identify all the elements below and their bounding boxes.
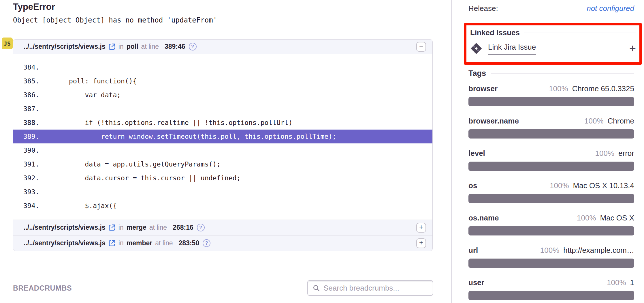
tag-distribution-bar[interactable] [468,226,634,235]
tag-group-url: url 100% http://example.com… [468,246,634,268]
tag-value: error [618,149,634,158]
tag-group-browser: browser 100% Chrome 65.0.3325 [468,84,634,106]
frame-in-label: in [118,43,124,50]
linked-issues-title: Linked Issues [470,28,520,37]
code-line: 394. $.ajax({ [13,199,432,213]
tag-percent: 100% [577,214,596,222]
link-jira-issue-link[interactable]: Link Jira Issue [488,43,536,55]
collapse-frame-button[interactable]: − [416,42,426,52]
frame-atline-label: at line [155,239,173,247]
code-line: 385. poll: function(){ [13,74,432,88]
expand-frame-button[interactable]: + [416,238,426,248]
release-label: Release: [468,4,498,13]
search-icon [312,284,320,292]
stacktrace-card: ../../sentry/scripts/views.js in poll at… [13,39,433,251]
frame-file-path[interactable]: ../../sentry/scripts/views.js [24,224,106,231]
external-link-icon[interactable] [108,43,116,50]
stack-frame-row-merge[interactable]: ../../sentry/scripts/views.js in merge a… [13,220,432,235]
expand-frame-button[interactable]: + [416,223,426,233]
tag-percent: 100% [607,278,626,287]
breadcrumbs-section-title: BREADCRUMBS [13,284,72,292]
external-link-icon[interactable] [108,240,116,247]
red-annotation-box-linked-issues: Linked Issues Link Jira Issue + [464,23,642,65]
breadcrumbs-search[interactable] [307,280,433,296]
release-row: Release: not configured [468,4,634,14]
frame-in-label: in [118,239,124,247]
frame-help-icon[interactable]: ? [197,224,205,231]
frame-help-icon[interactable]: ? [203,239,210,247]
code-line: 393. [13,185,432,199]
tag-group-os-name: os.name 100% Mac OS X [468,214,634,235]
stack-frame-header-poll[interactable]: ../../sentry/scripts/views.js in poll at… [13,40,432,54]
tag-name-link[interactable]: os.name [468,214,499,222]
code-line: 387. [13,102,432,116]
code-line: 386. var data; [13,88,432,102]
tag-distribution-bar[interactable] [468,162,634,171]
code-line-crash-highlight: 389. return window.setTimeout(this.poll,… [13,130,432,143]
issue-detail-page: TypeError Object [object Object] has no … [0,0,644,303]
error-message: Object [object Object] has no method 'up… [13,16,217,24]
search-breadcrumbs-input[interactable] [323,284,428,293]
frame-function: merge [127,224,146,231]
external-link-icon[interactable] [108,224,116,231]
tag-value: Mac OS X 10.13.4 [573,181,634,190]
tag-name-link[interactable]: url [468,246,478,255]
tag-list: browser 100% Chrome 65.0.3325 browser.na… [468,84,634,300]
frame-function: member [127,239,152,247]
release-not-configured-link[interactable]: not configured [587,4,634,13]
tag-name-link[interactable]: os [468,181,477,190]
jira-icon [470,42,482,55]
frame-help-icon[interactable]: ? [189,43,197,50]
sidebar: Release: not configured Linked Issues Li… [451,0,644,303]
frame-lineno: 389:46 [165,43,185,50]
frame-lineno: 283:50 [179,239,199,247]
tag-group-user: user 100% 1 [468,278,634,300]
frame-file-path[interactable]: ../../sentry/scripts/views.js [24,43,106,50]
stack-frame-row-member[interactable]: ../../sentry/scripts/views.js in member … [13,235,432,251]
tag-percent: 100% [540,246,560,255]
tags-header: Tags [468,69,634,78]
tag-percent: 100% [550,181,569,190]
tag-percent: 100% [595,149,615,158]
tag-name-link[interactable]: level [468,149,485,158]
tag-percent: 100% [549,84,568,93]
divider [524,33,636,33]
frame-file-path[interactable]: ../../sentry/scripts/views.js [24,239,106,247]
tag-percent: 100% [584,117,604,126]
tag-distribution-bar[interactable] [468,129,634,139]
tag-value: Chrome 65.0.3325 [572,84,634,93]
tag-value: Chrome [608,117,634,126]
frame-function: poll [127,43,138,50]
add-linked-issue-button[interactable]: + [629,44,636,53]
tag-distribution-bar[interactable] [468,291,634,300]
frame-in-label: in [118,224,124,231]
frame-atline-label: at line [149,224,167,231]
tag-distribution-bar[interactable] [468,97,634,106]
code-line: 388. if (!this.options.realtime || !this… [13,116,432,130]
frame-atline-label: at line [141,43,159,50]
tag-distribution-bar[interactable] [468,259,634,268]
error-type-title: TypeError [13,2,55,12]
code-line: 391. data = app.utils.getQueryParams(); [13,157,432,171]
tag-name-link[interactable]: browser.name [468,117,519,126]
section-divider [0,266,451,266]
frame-lineno: 268:16 [173,224,193,231]
tag-name-link[interactable]: user [468,278,484,287]
tag-group-level: level 100% error [468,149,634,171]
tag-group-browser-name: browser.name 100% Chrome [468,117,634,139]
code-line: 390. [13,143,432,157]
tag-name-link[interactable]: browser [468,84,498,93]
exception-section: TypeError Object [object Object] has no … [0,0,451,303]
source-context: 384. 385. poll: function(){ 386. var dat… [13,54,432,220]
tag-distribution-bar[interactable] [468,194,634,203]
tag-value: Mac OS X [600,214,634,222]
code-line: 392. data.cursor = this.cursor || undefi… [13,171,432,185]
tag-value: http://example.com… [563,246,634,255]
tag-value: 1 [630,278,634,287]
tags-title: Tags [468,69,486,78]
divider [491,73,634,74]
platform-js-badge: JS [2,38,13,49]
code-line: 384. [13,60,432,74]
tag-group-os: os 100% Mac OS X 10.13.4 [468,181,634,203]
